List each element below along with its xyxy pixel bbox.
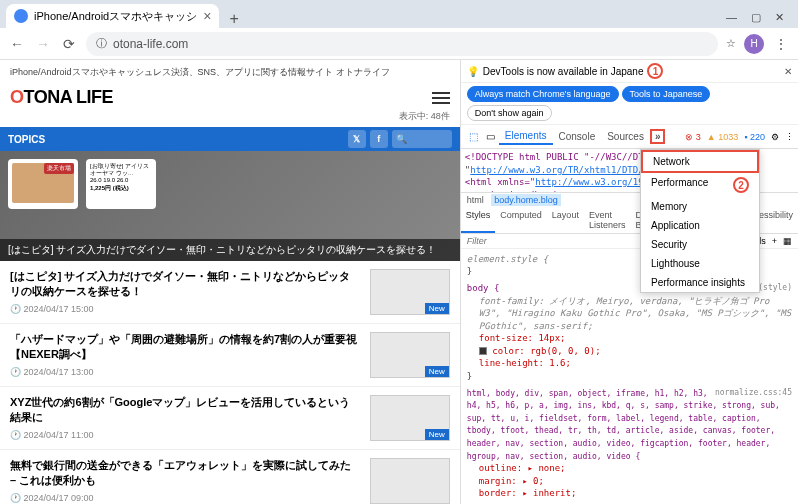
tab-styles[interactable]: Styles [461, 207, 496, 233]
inspect-icon[interactable]: ⬚ [465, 131, 482, 142]
article-item[interactable]: XYZ世代の約6割が「Googleマップ」レビューを活用しているという結果に🕐 … [0, 387, 460, 450]
product-price: 1,225円 (税込) [90, 185, 152, 192]
dropdown-perf-insights[interactable]: Performance insights [641, 273, 759, 292]
dropdown-performance[interactable]: Performance2 [641, 173, 759, 197]
dropdown-lighthouse[interactable]: Lighthouse [641, 254, 759, 273]
hero-caption: [はこピタ] サイズ入力だけでダイソー・無印・ニトリなどからピッタリの収納ケース… [0, 239, 460, 261]
article-thumbnail [370, 458, 450, 504]
article-date: 🕐 2024/04/17 13:00 [10, 367, 360, 377]
article-thumbnail: New [370, 269, 450, 315]
match-language-button[interactable]: Always match Chrome's language [467, 86, 619, 102]
webpage-viewport: iPhone/Androidスマホやキャッシュレス決済、SNS、アプリに関する情… [0, 60, 460, 504]
article-item[interactable]: [はこピタ] サイズ入力だけでダイソー・無印・ニトリなどからピッタリの収納ケース… [0, 261, 460, 324]
topics-label: TOPICS [8, 134, 45, 145]
search-icon[interactable]: 🔍 [392, 130, 452, 148]
menu-icon[interactable]: ⋮ [772, 36, 790, 52]
reload-button[interactable]: ⟳ [60, 36, 78, 52]
tab-layout[interactable]: Layout [547, 207, 584, 233]
article-title: 無料で銀行間の送金ができる「エアウォレット」を実際に試してみた – これは便利か… [10, 458, 360, 489]
tab-title: iPhone/Androidスマホやキャッシ [34, 9, 197, 24]
menu-icon[interactable]: ⋮ [785, 132, 794, 142]
close-icon[interactable]: ✕ [784, 66, 792, 77]
new-badge: New [425, 429, 449, 440]
product-card[interactable]: [お取り寄せ] アイリスオーヤマ ウッ… 26.0 19.0 26.0 1,22… [86, 159, 156, 209]
article-title: [はこピタ] サイズ入力だけでダイソー・無印・ニトリなどからピッタリの収納ケース… [10, 269, 360, 300]
dropdown-application[interactable]: Application [641, 216, 759, 235]
error-count[interactable]: ⊗ 3 [685, 132, 701, 142]
styles-menu-icon[interactable]: ▦ [783, 236, 792, 246]
callout-2: 2 [733, 177, 749, 193]
tab-favicon [14, 9, 28, 23]
dropdown-memory[interactable]: Memory [641, 197, 759, 216]
browser-titlebar: iPhone/Androidスマホやキャッシ × + — ▢ ✕ [0, 0, 798, 28]
article-date: 🕐 2024/04/17 15:00 [10, 304, 360, 314]
hero-banner[interactable]: 楽天市場 [お取り寄せ] アイリスオーヤマ ウッ… 26.0 19.0 26.0… [0, 151, 460, 261]
window-controls: — ▢ ✕ [726, 11, 798, 28]
site-logo[interactable]: OTONA LIFE [10, 87, 113, 108]
article-title: 「ハザードマップ」や「周囲の避難場所」の情報を約7割の人が重要視【NEXER調べ… [10, 332, 360, 363]
product-sizes: 26.0 19.0 26.0 [90, 177, 152, 184]
minimize-button[interactable]: — [726, 11, 737, 24]
callout-1: 1 [647, 63, 663, 79]
tab-event-listeners[interactable]: Event Listeners [584, 207, 631, 233]
article-date: 🕐 2024/04/17 11:00 [10, 430, 360, 440]
article-item[interactable]: 「ハザードマップ」や「周囲の避難場所」の情報を約7割の人が重要視【NEXER調べ… [0, 324, 460, 387]
devtools-tabs: ⬚ ▭ Elements Console Sources » ⊗ 3 ▲ 103… [461, 125, 798, 149]
tabs-dropdown: Network Performance2 Memory Application … [640, 149, 760, 293]
devtools-panel: 💡 DevTools is now available in Japane 1 … [460, 60, 798, 504]
url-text: otona-life.com [113, 37, 188, 51]
product-card[interactable]: 楽天市場 [8, 159, 78, 209]
url-input[interactable]: ⓘ otona-life.com [86, 32, 718, 56]
article-thumbnail: New [370, 395, 450, 441]
tab-console[interactable]: Console [553, 129, 602, 144]
dropdown-network[interactable]: Network [641, 150, 759, 173]
new-badge: New [425, 366, 449, 377]
switch-japanese-button[interactable]: Tools to Japanese [622, 86, 711, 102]
dont-show-button[interactable]: Don't show again [467, 105, 552, 121]
new-tab-button[interactable]: + [223, 10, 244, 28]
x-icon[interactable]: 𝕏 [348, 130, 366, 148]
new-style-icon[interactable]: + [772, 236, 777, 246]
topics-bar: TOPICS 𝕏 f 🔍 [0, 127, 460, 151]
article-date: 🕐 2024/04/17 09:00 [10, 493, 360, 503]
back-button[interactable]: ← [8, 36, 26, 52]
rakuten-badge: 楽天市場 [44, 163, 74, 174]
tab-computed[interactable]: Computed [495, 207, 547, 233]
issues-count[interactable]: ▪ 220 [744, 132, 765, 142]
close-icon[interactable]: × [203, 8, 211, 24]
warning-count[interactable]: ▲ 1033 [707, 132, 738, 142]
bookmark-icon[interactable]: ☆ [726, 37, 736, 50]
site-info-icon[interactable]: ⓘ [96, 36, 107, 51]
device-icon[interactable]: ▭ [482, 131, 499, 142]
tab-elements[interactable]: Elements [499, 128, 553, 145]
article-title: XYZ世代の約6割が「Googleマップ」レビューを活用しているという結果に [10, 395, 360, 426]
site-description: iPhone/Androidスマホやキャッシュレス決済、SNS、アプリに関する情… [10, 66, 390, 79]
close-window-button[interactable]: ✕ [775, 11, 784, 24]
gear-icon[interactable]: ⚙ [771, 132, 779, 142]
devtools-language-notice: 💡 DevTools is now available in Japane 1 … [461, 60, 798, 83]
hamburger-icon[interactable] [432, 92, 450, 104]
tab-sources[interactable]: Sources [601, 129, 650, 144]
lightbulb-icon: 💡 [467, 66, 479, 77]
maximize-button[interactable]: ▢ [751, 11, 761, 24]
more-tabs-button[interactable]: » [650, 129, 666, 144]
article-item[interactable]: 無料で銀行間の送金ができる「エアウォレット」を実際に試してみた – これは便利か… [0, 450, 460, 504]
article-thumbnail: New [370, 332, 450, 378]
display-stats: 表示中: 48件 [0, 110, 460, 127]
browser-tab[interactable]: iPhone/Androidスマホやキャッシ × [6, 4, 219, 28]
new-badge: New [425, 303, 449, 314]
facebook-icon[interactable]: f [370, 130, 388, 148]
notice-text: DevTools is now available in Japane [483, 66, 644, 77]
address-bar: ← → ⟳ ⓘ otona-life.com ☆ H ⋮ [0, 28, 798, 60]
forward-button[interactable]: → [34, 36, 52, 52]
dropdown-security[interactable]: Security [641, 235, 759, 254]
profile-avatar[interactable]: H [744, 34, 764, 54]
